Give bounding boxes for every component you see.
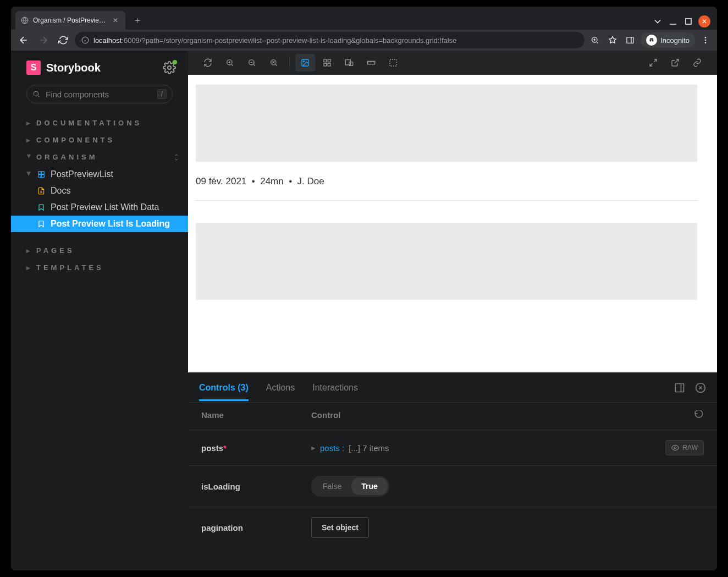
post-meta: 09 fév. 2021 • 24mn • J. Doe xyxy=(196,168,697,200)
back-button[interactable] xyxy=(15,32,32,48)
grid-icon[interactable] xyxy=(317,54,337,72)
svg-point-8 xyxy=(705,40,707,41)
address-bar: localhost:6009/?path=/story/organism-pos… xyxy=(11,30,717,51)
forward-button[interactable] xyxy=(35,32,52,48)
open-new-tab-icon[interactable] xyxy=(665,54,685,72)
tab-label: Actions xyxy=(266,383,295,392)
window-close-icon[interactable]: ✕ xyxy=(698,15,710,28)
zoom-in-icon[interactable] xyxy=(220,54,240,72)
section-label: TEMPLATES xyxy=(36,263,104,272)
incognito-badge[interactable]: Incognito xyxy=(641,32,695,48)
svg-rect-15 xyxy=(42,174,45,177)
maximize-icon[interactable] xyxy=(683,16,694,27)
incognito-label: Incognito xyxy=(660,36,690,45)
bookmark-star-icon[interactable] xyxy=(605,33,620,47)
gear-icon[interactable] xyxy=(163,61,176,74)
component-icon xyxy=(37,171,45,178)
storybook-logo[interactable]: S Storybook xyxy=(26,61,101,75)
svg-point-6 xyxy=(652,40,654,42)
chevron-right-icon: ▸ xyxy=(26,136,32,144)
zoom-icon[interactable] xyxy=(588,33,602,47)
component-label: PostPreviewList xyxy=(51,169,113,179)
chevron-right-icon: ▸ xyxy=(26,263,32,272)
section-label: ORGANISM xyxy=(36,153,98,161)
bookmark-icon xyxy=(37,220,45,228)
copy-link-icon[interactable] xyxy=(687,54,707,72)
tab-interactions[interactable]: Interactions xyxy=(312,375,358,400)
panel-icon[interactable] xyxy=(623,33,637,47)
sidebar-story-docs[interactable]: Docs xyxy=(11,183,188,199)
url-text: localhost:6009/?path=/story/organism-pos… xyxy=(93,36,456,45)
search-icon xyxy=(32,90,40,98)
svg-point-7 xyxy=(705,37,707,39)
url-input[interactable]: localhost:6009/?path=/story/organism-pos… xyxy=(75,32,584,48)
toggle-false[interactable]: False xyxy=(313,477,351,495)
reset-icon[interactable] xyxy=(694,410,704,422)
new-tab-button[interactable]: ＋ xyxy=(130,13,145,28)
svg-rect-27 xyxy=(367,61,374,64)
tab-title: Organism / PostPreviewL xyxy=(33,17,107,24)
post-author: J. Doe xyxy=(297,176,324,186)
controls-header: Name Control xyxy=(188,403,717,430)
reload-button[interactable] xyxy=(55,32,71,48)
search-input[interactable]: Find components / xyxy=(26,85,173,103)
toggle-true[interactable]: True xyxy=(351,477,388,495)
chevron-right-icon: ▸ xyxy=(26,119,32,127)
remount-icon[interactable] xyxy=(198,54,218,72)
header-control: Control xyxy=(311,410,340,422)
minimize-icon[interactable] xyxy=(668,16,679,27)
svg-rect-29 xyxy=(676,383,684,392)
chevron-down-icon: ▸ xyxy=(25,155,34,160)
separator: • xyxy=(252,176,255,186)
control-row-isloading: isLoading False True xyxy=(188,466,717,507)
section-documentations[interactable]: ▸ DOCUMENTATIONS xyxy=(11,114,188,131)
svg-point-31 xyxy=(675,447,677,449)
canvas-toolbar xyxy=(188,51,717,75)
close-panel-icon[interactable] xyxy=(695,382,706,393)
section-label: PAGES xyxy=(36,246,75,255)
outline-icon[interactable] xyxy=(383,54,403,72)
svg-rect-24 xyxy=(328,63,330,66)
sidebar-story-with-data[interactable]: Post Preview List With Data xyxy=(11,199,188,216)
section-pages[interactable]: ▸ PAGES xyxy=(11,242,188,259)
info-icon xyxy=(81,36,89,44)
tab-controls[interactable]: Controls (3) xyxy=(199,375,249,400)
measure-icon[interactable] xyxy=(361,54,381,72)
zoom-reset-icon[interactable] xyxy=(264,54,284,72)
raw-button[interactable]: RAW xyxy=(665,440,704,455)
sidebar-component-postpreviewlist[interactable]: ▸ PostPreviewList xyxy=(11,166,188,183)
section-organism[interactable]: ▸ ORGANISM xyxy=(11,149,188,166)
tab-close-icon[interactable]: ✕ xyxy=(111,16,120,25)
divider xyxy=(196,200,697,201)
sidebar-story-is-loading[interactable]: Post Preview List Is Loading xyxy=(11,216,188,232)
globe-icon xyxy=(21,17,29,24)
chevron-down-icon[interactable] xyxy=(652,16,663,27)
more-icon[interactable] xyxy=(698,33,713,47)
collapse-icon[interactable] xyxy=(173,153,180,161)
control-posts-value[interactable]: ▸ posts : [...] 7 items RAW xyxy=(311,440,704,455)
viewport-icon[interactable] xyxy=(339,54,359,72)
section-templates[interactable]: ▸ TEMPLATES xyxy=(11,259,188,276)
panel-orientation-icon[interactable] xyxy=(674,382,685,393)
set-object-button[interactable]: Set object xyxy=(311,517,369,538)
control-row-pagination: pagination Set object xyxy=(188,507,717,548)
raw-label: RAW xyxy=(682,444,698,452)
story-label: Docs xyxy=(51,186,70,196)
svg-point-10 xyxy=(168,66,171,69)
update-dot xyxy=(173,60,177,64)
separator: • xyxy=(289,176,292,186)
svg-rect-22 xyxy=(328,59,330,62)
browser-window: Organism / PostPreviewL ✕ ＋ ✕ xyxy=(11,7,717,570)
skeleton-block xyxy=(196,223,697,300)
backgrounds-icon[interactable] xyxy=(295,54,315,72)
bookmark-icon xyxy=(37,204,45,211)
tab-actions[interactable]: Actions xyxy=(266,375,295,400)
browser-tab[interactable]: Organism / PostPreviewL ✕ xyxy=(15,11,125,30)
zoom-out-icon[interactable] xyxy=(242,54,262,72)
search-shortcut: / xyxy=(157,89,167,99)
section-components[interactable]: ▸ COMPONENTS xyxy=(11,131,188,149)
fullscreen-icon[interactable] xyxy=(643,54,663,72)
storybook-logo-mark: S xyxy=(26,61,41,75)
svg-rect-13 xyxy=(42,171,45,174)
control-name: isLoading xyxy=(201,482,311,491)
